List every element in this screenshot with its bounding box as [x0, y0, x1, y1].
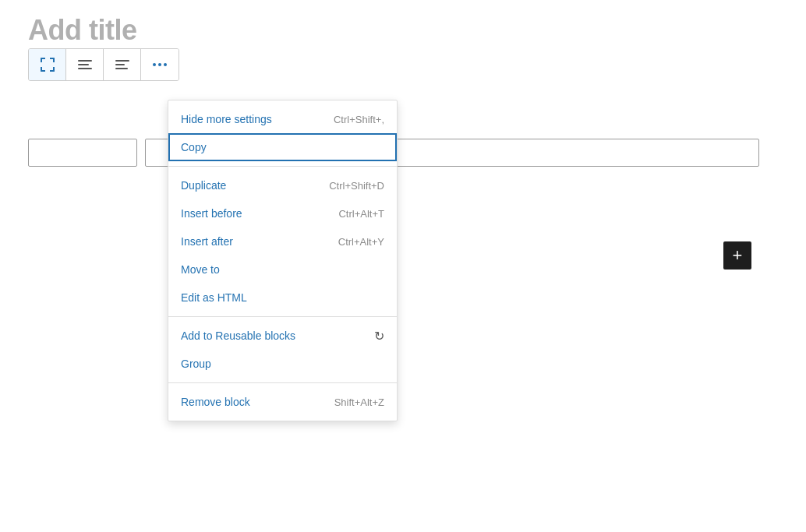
- alignment-button[interactable]: [104, 49, 141, 80]
- context-menu: Hide more settings Ctrl+Shift+, Copy Dup…: [168, 100, 398, 421]
- menu-item-duplicate-label: Duplicate: [181, 179, 226, 192]
- menu-item-copy[interactable]: Copy: [168, 133, 397, 161]
- lines-icon: [78, 60, 92, 69]
- menu-item-edit-as-html-label: Edit as HTML: [181, 291, 247, 304]
- menu-item-remove-block-label: Remove block: [181, 396, 250, 408]
- menu-item-copy-label: Copy: [181, 141, 207, 153]
- menu-item-insert-before-shortcut: Ctrl+Alt+T: [338, 208, 384, 220]
- dots-icon: [153, 63, 167, 66]
- menu-item-insert-after-shortcut: Ctrl+Alt+Y: [338, 236, 384, 248]
- more-options-button[interactable]: [141, 49, 179, 80]
- menu-item-insert-after[interactable]: Insert after Ctrl+Alt+Y: [168, 227, 397, 255]
- menu-item-hide-settings-label: Hide more settings: [181, 113, 272, 125]
- menu-item-add-reusable[interactable]: Add to Reusable blocks ↻: [168, 322, 397, 350]
- menu-item-remove-block[interactable]: Remove block Shift+Alt+Z: [168, 388, 397, 416]
- select-block-button[interactable]: [29, 49, 66, 80]
- menu-item-move-to-label: Move to: [181, 263, 220, 276]
- menu-item-remove-block-shortcut: Shift+Alt+Z: [334, 396, 384, 408]
- menu-item-move-to[interactable]: Move to: [168, 255, 397, 284]
- menu-section-2: Duplicate Ctrl+Shift+D Insert before Ctr…: [168, 167, 397, 317]
- menu-section-4: Remove block Shift+Alt+Z: [168, 383, 397, 421]
- menu-item-add-reusable-label: Add to Reusable blocks: [181, 329, 295, 342]
- menu-section-3: Add to Reusable blocks ↻ Group: [168, 317, 397, 383]
- menu-item-hide-settings[interactable]: Hide more settings Ctrl+Shift+,: [168, 105, 397, 133]
- add-block-button[interactable]: +: [723, 241, 751, 270]
- menu-item-duplicate[interactable]: Duplicate Ctrl+Shift+D: [168, 171, 397, 199]
- block-toolbar: [28, 48, 179, 81]
- dashed-square-icon: [41, 58, 55, 72]
- menu-item-edit-as-html[interactable]: Edit as HTML: [168, 284, 397, 312]
- menu-section-1: Hide more settings Ctrl+Shift+, Copy: [168, 100, 397, 167]
- input-field-small[interactable]: [28, 139, 137, 167]
- move-block-button[interactable]: [66, 49, 104, 80]
- reusable-icon: ↻: [374, 329, 384, 344]
- align-icon: [115, 60, 129, 69]
- menu-item-group-label: Group: [181, 358, 211, 370]
- menu-item-insert-before[interactable]: Insert before Ctrl+Alt+T: [168, 199, 397, 227]
- menu-item-insert-before-label: Insert before: [181, 207, 242, 220]
- menu-item-insert-after-label: Insert after: [181, 235, 233, 248]
- menu-item-hide-settings-shortcut: Ctrl+Shift+,: [334, 114, 384, 125]
- page-title: Add title: [28, 14, 136, 47]
- menu-item-duplicate-shortcut: Ctrl+Shift+D: [329, 180, 384, 192]
- menu-item-group[interactable]: Group: [168, 350, 397, 378]
